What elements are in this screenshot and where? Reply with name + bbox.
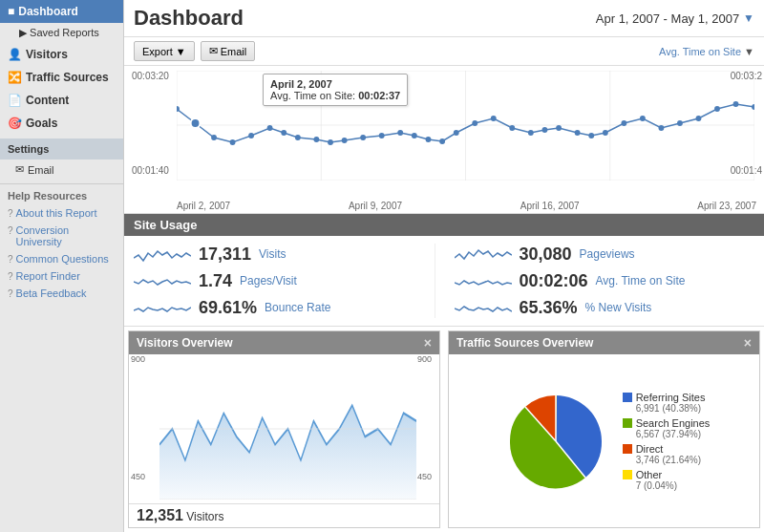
help-item-beta-feedback[interactable]: ? Beta Feedback: [0, 285, 123, 302]
help-resources-header: Help Resources: [0, 183, 123, 204]
question-icon-1: ?: [8, 208, 13, 219]
question-icon-4: ?: [8, 271, 13, 282]
site-usage-header: Site Usage: [124, 214, 764, 236]
svg-point-31: [556, 125, 562, 131]
pageviews-value: 30,080: [520, 245, 572, 265]
avg-time-dropdown[interactable]: ▼: [744, 46, 754, 57]
question-icon-3: ?: [8, 254, 13, 265]
goals-icon: 🎯: [8, 117, 22, 130]
svg-point-23: [426, 137, 432, 142]
chart-y-labels: 00:03:20 00:01:40: [132, 71, 169, 176]
visitors-nav-item[interactable]: 👤 Visitors: [0, 43, 123, 66]
other-dot: [623, 470, 632, 479]
svg-point-37: [658, 125, 664, 131]
email-btn-icon: ✉: [209, 45, 218, 57]
chart-y-top: 00:03:20: [132, 71, 169, 81]
direct-text: Direct 3,746 (21.64%): [636, 443, 701, 465]
avg-time-metric: 00:02:06 Avg. Time on Site: [455, 270, 755, 291]
pie-legend: Referring Sites 6,991 (40.38%) Search En…: [623, 392, 711, 491]
export-button[interactable]: Export ▼: [134, 41, 195, 61]
metrics-right: 30,080 Pageviews 00:02:06 Avg. Time on S…: [435, 244, 755, 318]
other-text: Other 7 (0.04%): [636, 469, 677, 491]
legend-item-other: Other 7 (0.04%): [623, 469, 711, 491]
visits-mini-chart: [134, 244, 191, 265]
content-icon: 📄: [8, 94, 22, 107]
referring-text: Referring Sites 6,991 (40.38%): [636, 392, 706, 414]
svg-point-10: [211, 135, 217, 140]
chart-area: 00:03:20 00:01:40: [124, 66, 764, 214]
referring-dot: [623, 393, 632, 402]
bottom-panels: Visitors Overview × 900 450 900 450: [124, 327, 764, 532]
svg-point-38: [677, 120, 683, 126]
bounce-mini-chart: [134, 297, 191, 318]
svg-point-12: [248, 133, 254, 138]
metrics-row: 17,311 Visits 1.74 Pages/Visit 69.61% Bo…: [124, 236, 764, 327]
svg-point-15: [295, 135, 301, 140]
svg-point-29: [528, 130, 534, 136]
chart-x-labels: April 2, 2007 April 9, 2007 April 16, 20…: [177, 201, 756, 211]
toolbar-right: Avg. Time on Site ▼: [659, 46, 754, 57]
bounce-rate-metric: 69.61% Bounce Rate: [134, 297, 435, 318]
svg-point-43: [191, 118, 201, 128]
svg-point-19: [360, 135, 366, 140]
sidebar: ■ Dashboard ▶ Saved Reports 👤 Visitors 🔀…: [0, 0, 124, 532]
visits-value: 17,311: [199, 245, 251, 265]
help-item-about[interactable]: ? About this Report: [0, 204, 123, 222]
traffic-panel-title: Traffic Sources Overview: [456, 336, 593, 350]
svg-point-20: [379, 133, 385, 138]
visitors-panel-title: Visitors Overview: [137, 336, 233, 350]
traffic-panel-close[interactable]: ×: [744, 335, 752, 351]
help-item-common-questions[interactable]: ? Common Questions: [0, 250, 123, 267]
visitors-chart-svg: [133, 358, 435, 500]
svg-point-36: [640, 116, 646, 121]
new-visits-mini-chart: [455, 297, 512, 318]
help-item-report-finder[interactable]: ? Report Finder: [0, 267, 123, 285]
pages-visit-label[interactable]: Pages/Visit: [240, 274, 297, 287]
svg-point-26: [472, 120, 478, 126]
pageviews-mini-chart: [455, 244, 512, 265]
traffic-panel-header: Traffic Sources Overview ×: [449, 331, 759, 354]
new-visits-label[interactable]: % New Visits: [585, 301, 652, 314]
dashboard-label: Dashboard: [18, 5, 78, 18]
pageviews-metric: 30,080 Pageviews: [455, 244, 755, 265]
svg-point-24: [439, 138, 445, 144]
export-dropdown-arrow: ▼: [176, 46, 186, 57]
help-item-conversion[interactable]: ? Conversion University: [0, 222, 123, 250]
svg-point-28: [509, 125, 515, 131]
traffic-sources-nav-item[interactable]: 🔀 Traffic Sources: [0, 66, 123, 89]
svg-point-27: [491, 116, 497, 121]
toolbar: Export ▼ ✉ Email Avg. Time on Site ▼: [124, 37, 764, 66]
visits-metric: 17,311 Visits: [134, 244, 435, 265]
date-dropdown-arrow[interactable]: ▼: [743, 11, 754, 25]
saved-reports-arrow: ▶: [19, 27, 30, 38]
svg-point-40: [714, 106, 720, 112]
direct-dot: [623, 444, 632, 454]
traffic-icon: 🔀: [8, 71, 22, 84]
visitors-panel-header: Visitors Overview ×: [129, 331, 439, 354]
question-icon-2: ?: [8, 225, 13, 236]
traffic-panel-body: Referring Sites 6,991 (40.38%) Search En…: [449, 354, 759, 527]
svg-point-18: [342, 138, 348, 143]
page-title: Dashboard: [134, 6, 244, 31]
search-dot: [623, 418, 632, 428]
visitors-panel: Visitors Overview × 900 450 900 450: [128, 330, 440, 528]
goals-nav-item[interactable]: 🎯 Goals: [0, 112, 123, 135]
pageviews-label[interactable]: Pageviews: [580, 247, 635, 261]
visitors-panel-close[interactable]: ×: [424, 335, 432, 351]
email-button[interactable]: ✉ Email: [201, 41, 256, 61]
avg-time-site-label[interactable]: Avg. Time on Site: [596, 274, 686, 287]
content-nav-item[interactable]: 📄 Content: [0, 89, 123, 112]
visits-label[interactable]: Visits: [259, 247, 286, 261]
bounce-rate-label[interactable]: Bounce Rate: [265, 301, 330, 314]
date-range[interactable]: Apr 1, 2007 - May 1, 2007 ▼: [596, 11, 754, 26]
svg-point-32: [575, 130, 581, 136]
search-text: Search Engines 6,567 (37.94%): [636, 417, 711, 439]
saved-reports-item[interactable]: ▶ Saved Reports: [0, 23, 123, 43]
email-settings-item[interactable]: ✉ Email: [0, 160, 123, 180]
svg-point-30: [542, 127, 548, 133]
avg-time-label[interactable]: Avg. Time on Site: [659, 46, 741, 57]
date-range-text: Apr 1, 2007 - May 1, 2007: [596, 11, 739, 26]
tooltip-date: April 2, 2007: [270, 78, 400, 90]
dashboard-nav-item[interactable]: ■ Dashboard: [0, 0, 123, 23]
visitors-x-labels: 900 450: [417, 354, 432, 481]
